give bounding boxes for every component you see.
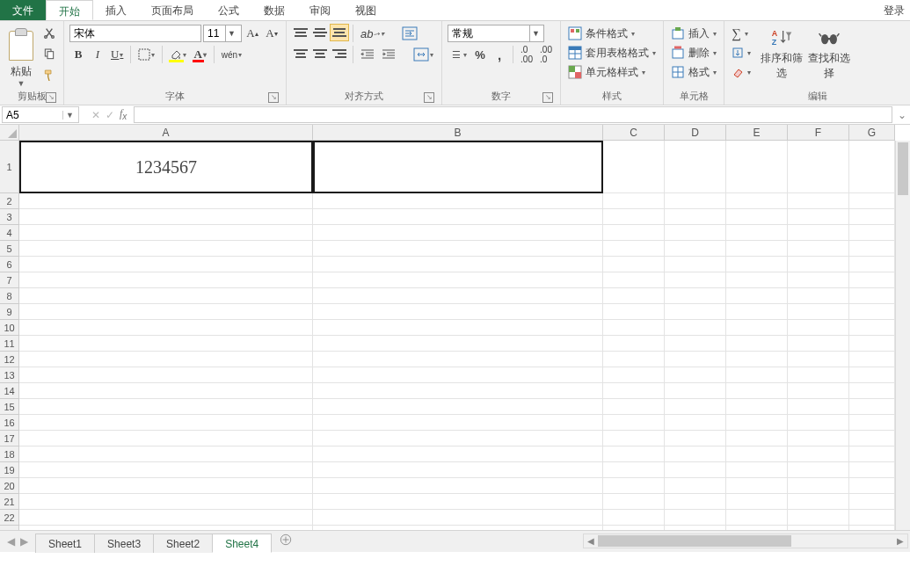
cell-D12[interactable] <box>665 352 726 367</box>
font-size-combo[interactable]: ▼ <box>203 25 242 42</box>
cell-F5[interactable] <box>788 241 849 257</box>
row-header-10[interactable]: 10 <box>0 320 19 336</box>
cell-F15[interactable] <box>788 399 849 415</box>
cell-B2[interactable] <box>313 193 603 209</box>
cell-D14[interactable] <box>665 383 726 399</box>
cell-B18[interactable] <box>313 446 603 462</box>
cell-B22[interactable] <box>313 510 603 526</box>
tab-formulas[interactable]: 公式 <box>206 0 251 20</box>
row-header-16[interactable]: 16 <box>0 415 19 431</box>
chevron-down-icon[interactable]: ▼ <box>225 25 237 41</box>
find-select-button[interactable]: 查找和选择 <box>805 25 853 89</box>
row-header-11[interactable]: 11 <box>0 336 19 352</box>
cell-G3[interactable] <box>849 209 895 225</box>
cell-C1[interactable] <box>603 141 665 193</box>
cell-B13[interactable] <box>313 367 603 383</box>
cell-E21[interactable] <box>726 494 788 510</box>
cell-C16[interactable] <box>603 415 665 431</box>
cell-G22[interactable] <box>849 510 895 526</box>
horizontal-scrollbar[interactable]: ◀ ▶ <box>583 534 908 548</box>
cell-F7[interactable] <box>788 272 849 288</box>
cell-C18[interactable] <box>603 446 665 462</box>
increase-font-size-button[interactable]: A▴ <box>244 25 261 42</box>
row-header-12[interactable]: 12 <box>0 352 19 367</box>
column-header-F[interactable]: F <box>788 125 849 141</box>
cell-E19[interactable] <box>726 462 788 478</box>
italic-button[interactable]: I <box>89 46 106 63</box>
cell-E10[interactable] <box>726 320 788 336</box>
cell-G5[interactable] <box>849 241 895 257</box>
decrease-font-size-button[interactable]: A▾ <box>263 25 280 42</box>
cell-G8[interactable] <box>849 288 895 304</box>
number-format-input[interactable] <box>448 25 529 41</box>
cell-D17[interactable] <box>665 431 726 446</box>
align-bottom-button[interactable] <box>331 25 348 40</box>
cell-B23[interactable] <box>313 526 603 531</box>
cell-B10[interactable] <box>313 320 603 336</box>
new-sheet-button[interactable] <box>271 534 301 553</box>
tab-home[interactable]: 开始 <box>46 0 93 20</box>
cell-C13[interactable] <box>603 367 665 383</box>
cell-G16[interactable] <box>849 415 895 431</box>
cell-E5[interactable] <box>726 241 788 257</box>
cell-F13[interactable] <box>788 367 849 383</box>
cell-A16[interactable] <box>19 415 313 431</box>
sort-filter-button[interactable]: AZ 排序和筛选 <box>758 25 805 89</box>
cell-F22[interactable] <box>788 510 849 526</box>
cell-C14[interactable] <box>603 383 665 399</box>
cell-E6[interactable] <box>726 257 788 272</box>
name-box-input[interactable] <box>3 109 62 121</box>
align-middle-button[interactable] <box>311 25 329 40</box>
cell-G23[interactable] <box>849 526 895 531</box>
cell-F8[interactable] <box>788 288 849 304</box>
cell-G18[interactable] <box>849 446 895 462</box>
cell-D21[interactable] <box>665 494 726 510</box>
cell-C23[interactable] <box>603 526 665 531</box>
cell-B16[interactable] <box>313 415 603 431</box>
cell-E2[interactable] <box>726 193 788 209</box>
font-name-combo[interactable]: ▼ <box>69 25 201 42</box>
tab-file[interactable]: 文件 <box>0 0 46 20</box>
cell-A21[interactable] <box>19 494 313 510</box>
cell-D6[interactable] <box>665 257 726 272</box>
cell-B1[interactable] <box>313 141 603 193</box>
cell-E23[interactable] <box>726 526 788 531</box>
cell-G12[interactable] <box>849 352 895 367</box>
column-header-C[interactable]: C <box>603 125 665 141</box>
cell-B6[interactable] <box>313 257 603 272</box>
format-as-table-button[interactable]: 套用表格格式▾ <box>566 44 658 62</box>
cell-F10[interactable] <box>788 320 849 336</box>
enter-formula-button[interactable]: ✓ <box>106 109 114 121</box>
cell-D19[interactable] <box>665 462 726 478</box>
clipboard-dialog-launcher[interactable] <box>46 92 56 103</box>
cell-A12[interactable] <box>19 352 313 367</box>
cell-C20[interactable] <box>603 478 665 494</box>
sheet-tab-sheet3[interactable]: Sheet3 <box>94 534 154 553</box>
copy-button[interactable] <box>40 46 58 63</box>
cell-G6[interactable] <box>849 257 895 272</box>
fill-color-button[interactable]: ▾ <box>167 46 189 63</box>
cell-B19[interactable] <box>313 462 603 478</box>
cell-A13[interactable] <box>19 367 313 383</box>
cell-C5[interactable] <box>603 241 665 257</box>
cell-A7[interactable] <box>19 272 313 288</box>
tab-view[interactable]: 视图 <box>343 0 389 20</box>
cell-A6[interactable] <box>19 257 313 272</box>
cancel-formula-button[interactable]: ✕ <box>91 109 100 121</box>
row-header-2[interactable]: 2 <box>0 193 19 209</box>
cell-C17[interactable] <box>603 431 665 446</box>
scroll-left-button[interactable]: ◀ <box>584 536 598 546</box>
cell-E20[interactable] <box>726 478 788 494</box>
cell-styles-button[interactable]: 单元格样式▾ <box>566 63 658 81</box>
cell-D11[interactable] <box>665 336 726 352</box>
cell-C2[interactable] <box>603 193 665 209</box>
cell-F14[interactable] <box>788 383 849 399</box>
row-header-1[interactable]: 1 <box>0 141 19 193</box>
number-format-combo[interactable]: ▼ <box>448 25 544 42</box>
orientation-button[interactable]: ab↗▾ <box>358 25 387 42</box>
cell-D10[interactable] <box>665 320 726 336</box>
cell-F4[interactable] <box>788 225 849 241</box>
cell-G9[interactable] <box>849 304 895 320</box>
cell-E7[interactable] <box>726 272 788 288</box>
align-left-button[interactable] <box>292 46 309 62</box>
